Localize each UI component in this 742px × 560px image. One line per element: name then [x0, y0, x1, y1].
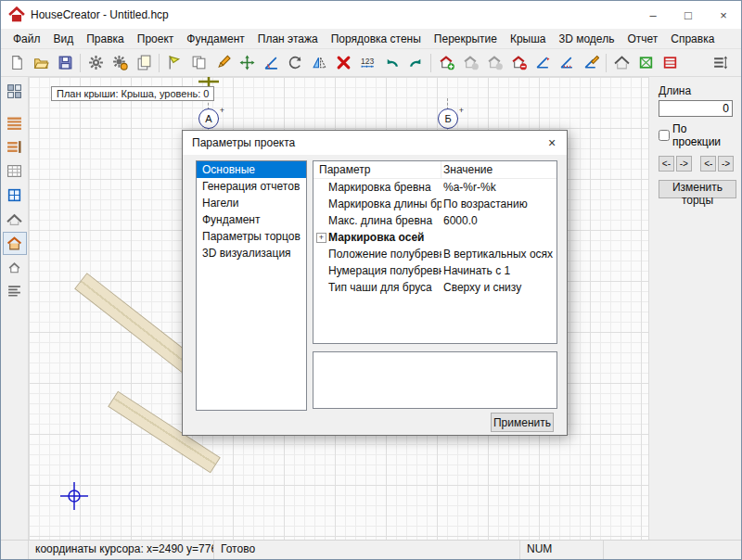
frame-lines-button[interactable]: [658, 51, 682, 75]
flag-marker-icon: [167, 55, 183, 70]
frame-diagonals-button[interactable]: [633, 51, 658, 75]
button-gap: [694, 156, 699, 172]
measure-angle-button[interactable]: [259, 51, 283, 75]
length-input[interactable]: [659, 100, 733, 117]
settings-button[interactable]: [83, 51, 108, 75]
house-outline-button[interactable]: [3, 256, 27, 279]
redo-button[interactable]: [403, 51, 428, 75]
tools-button[interactable]: [108, 51, 132, 75]
edit-pencil-button[interactable]: [211, 51, 235, 75]
nav-item-report-generation[interactable]: Генерация отчетов: [197, 178, 306, 195]
projection-checkbox[interactable]: [659, 130, 670, 141]
title-bar[interactable]: HouseCreator - Untitled.hcp – □ ×: [1, 1, 741, 29]
param-value[interactable]: По возрастанию: [441, 196, 556, 212]
open-file-button[interactable]: [29, 51, 53, 75]
menu-item-wall-rows[interactable]: Порядовка стены: [325, 31, 428, 47]
dialog-close-button[interactable]: ×: [537, 131, 567, 155]
nav-item-3d-visualization[interactable]: 3D визуализация: [197, 245, 306, 261]
logs-corner-button[interactable]: [3, 135, 27, 159]
roof-disabled-button-1[interactable]: [458, 51, 482, 75]
nav-item-dowels[interactable]: Нагели: [197, 195, 306, 211]
house-add-icon: [439, 55, 454, 70]
logs-wall-button[interactable]: [3, 111, 27, 134]
menu-item-view[interactable]: Вид: [47, 31, 81, 47]
window-opening-button[interactable]: [3, 184, 27, 207]
param-value[interactable]: %a-%r-%k: [441, 179, 556, 196]
apply-button[interactable]: Применить: [491, 413, 554, 432]
window-icon: [6, 187, 22, 203]
house-3d-button[interactable]: [3, 232, 27, 255]
mirror-flip-icon: [312, 55, 327, 70]
rotate-button[interactable]: [283, 51, 307, 75]
property-row[interactable]: Положение полубревна В вертикальных осях: [313, 246, 556, 262]
nav-item-end-parameters[interactable]: Параметры торцов: [197, 228, 306, 245]
select-marker-button[interactable]: [162, 51, 186, 75]
property-row[interactable]: Нумерация полубревна Начинать с 1: [313, 262, 556, 279]
project-blocks-button[interactable]: [3, 80, 27, 103]
copy-button[interactable]: [186, 51, 211, 75]
axis-marker-a: А +: [198, 108, 219, 129]
roof-plan-button[interactable]: [3, 208, 27, 231]
undo-button[interactable]: [379, 51, 403, 75]
drawing-canvas[interactable]: План крыши: Крыша, уровень: 0 А + Б + Па…: [29, 77, 648, 540]
param-value[interactable]: В вертикальных осях: [441, 246, 556, 262]
house-remove-icon: [511, 55, 527, 70]
mirror-button[interactable]: [307, 51, 331, 75]
prev-end-button-2[interactable]: <-: [700, 156, 716, 172]
nav-item-foundation[interactable]: Фундамент: [197, 211, 306, 228]
expander-plus-icon[interactable]: +: [316, 233, 326, 243]
menu-item-floor-plan[interactable]: План этажа: [251, 31, 325, 47]
change-ends-button[interactable]: Изменить торцы: [659, 180, 736, 198]
axis-plus: +: [220, 106, 224, 115]
dialog-title-bar[interactable]: Параметры проекта ×: [183, 131, 567, 155]
param-value: [441, 229, 556, 246]
prev-end-button-1[interactable]: <-: [659, 156, 674, 172]
slope-button-2[interactable]: [555, 51, 579, 75]
next-end-button-2[interactable]: ->: [718, 156, 734, 172]
param-value[interactable]: Начинать с 1: [441, 262, 556, 279]
numbering-button[interactable]: 123: [355, 51, 379, 75]
property-row[interactable]: Маркировка бревна %a-%r-%k: [313, 179, 556, 196]
nav-item-general[interactable]: Основные: [197, 161, 306, 178]
wall-grid-button[interactable]: [3, 159, 27, 183]
close-button[interactable]: ×: [706, 1, 741, 29]
menu-item-file[interactable]: Файл: [6, 31, 47, 47]
menu-item-3d-model[interactable]: 3D модель: [553, 31, 621, 47]
slope-edit-button[interactable]: [579, 51, 603, 75]
status-spacer: [1, 541, 29, 559]
reports-button[interactable]: [132, 51, 156, 75]
minimize-button[interactable]: –: [635, 1, 671, 29]
menu-item-report[interactable]: Отчет: [620, 31, 664, 47]
save-button[interactable]: [53, 51, 77, 75]
menu-item-project[interactable]: Проект: [131, 31, 181, 47]
add-roof-button[interactable]: [434, 51, 458, 75]
slope-button-1[interactable]: [531, 51, 555, 75]
roof-disabled-button-2[interactable]: [482, 51, 506, 75]
move-button[interactable]: [235, 51, 259, 75]
menu-item-help[interactable]: Справка: [664, 31, 721, 47]
roof-outline-button[interactable]: [609, 51, 633, 75]
menu-item-ceiling[interactable]: Перекрытие: [428, 31, 504, 47]
layers-button[interactable]: [708, 51, 732, 75]
param-value[interactable]: Сверху и снизу: [441, 279, 556, 296]
axis-marker-b: Б +: [438, 108, 458, 129]
new-document-button[interactable]: [5, 51, 29, 75]
property-row[interactable]: Макс. длина бревна 6000.0: [313, 212, 556, 229]
menu-item-roof[interactable]: Крыша: [504, 31, 553, 47]
property-row[interactable]: Маркировка длины бревн По возрастанию: [313, 196, 556, 212]
property-row[interactable]: Тип чаши для бруса Сверху и снизу: [313, 279, 556, 296]
menu-item-edit[interactable]: Правка: [80, 31, 131, 47]
house-gray-icon: [463, 55, 479, 70]
menu-item-foundation[interactable]: Фундамент: [180, 31, 250, 47]
param-value[interactable]: 6000.0: [441, 212, 556, 229]
log-list-button[interactable]: [3, 280, 27, 303]
next-end-button-1[interactable]: ->: [676, 156, 692, 172]
copy-icon: [191, 55, 207, 70]
delete-roof-button[interactable]: [506, 51, 531, 75]
property-grid-header: Параметр Значение: [313, 161, 556, 179]
delete-button[interactable]: [331, 51, 355, 75]
maximize-button[interactable]: □: [671, 1, 706, 29]
property-group-row[interactable]: + Маркировка осей: [313, 229, 556, 246]
toolbar-separator: [159, 54, 160, 72]
header-value: Значение: [441, 161, 556, 178]
